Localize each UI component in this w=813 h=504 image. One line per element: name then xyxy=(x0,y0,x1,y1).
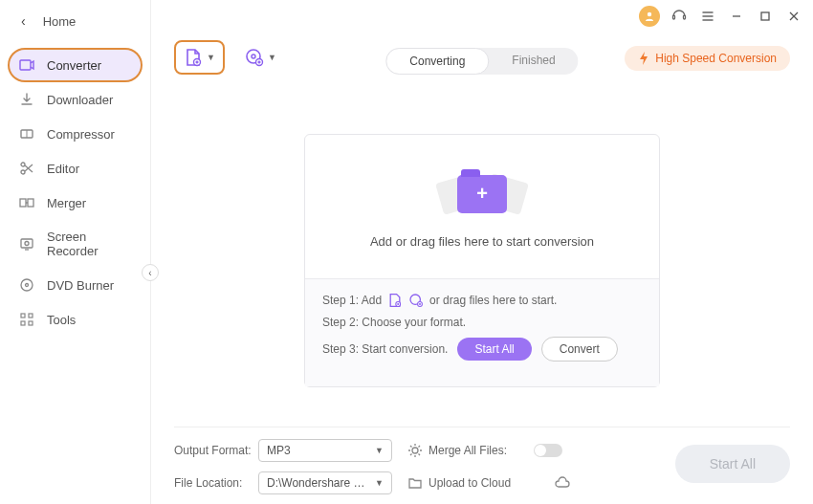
merge-toggle[interactable] xyxy=(534,444,562,457)
svg-rect-5 xyxy=(28,199,33,207)
scissors-icon xyxy=(19,161,34,176)
sidebar-item-screen-recorder[interactable]: Screen Recorder xyxy=(10,222,141,266)
caret-down-icon: ▼ xyxy=(375,478,384,488)
steps-panel: Step 1: Add or drag files here to start.… xyxy=(305,278,659,386)
sidebar-item-label: Downloader xyxy=(47,93,113,107)
caret-down-icon: ▼ xyxy=(207,53,215,62)
sidebar-item-label: Editor xyxy=(47,162,79,176)
svg-rect-12 xyxy=(21,321,25,325)
record-icon xyxy=(19,236,34,252)
chevron-left-icon: ‹ xyxy=(21,13,26,29)
step-2: Step 2: Choose your format. xyxy=(322,316,642,329)
merge-label: Merge All Files: xyxy=(428,444,534,457)
add-dvd-button[interactable]: ▼ xyxy=(236,41,285,74)
disc-add-icon xyxy=(245,48,264,67)
svg-rect-4 xyxy=(20,199,26,207)
sidebar-item-compressor[interactable]: Compressor xyxy=(10,119,141,149)
settings-gear-icon[interactable] xyxy=(402,443,428,458)
svg-point-25 xyxy=(412,448,418,453)
sidebar-item-label: Converter xyxy=(47,58,101,73)
tab-finished[interactable]: Finished xyxy=(489,48,578,75)
home-nav[interactable]: ‹ Home xyxy=(0,0,150,42)
plus-icon: + xyxy=(476,183,488,205)
folder-illustration: + xyxy=(439,165,525,223)
convert-step-button[interactable]: Convert xyxy=(541,337,618,362)
disc-add-icon xyxy=(408,293,424,308)
svg-rect-11 xyxy=(29,314,33,318)
step-3: Step 3: Start conversion. Start All Conv… xyxy=(322,337,642,362)
cloud-icon[interactable] xyxy=(534,476,591,490)
tab-converting[interactable]: Converting xyxy=(385,48,489,75)
svg-point-20 xyxy=(252,55,255,58)
start-all-button[interactable]: Start All xyxy=(675,445,790,483)
add-file-button[interactable]: ▼ xyxy=(174,40,225,75)
svg-rect-6 xyxy=(21,239,33,248)
svg-point-2 xyxy=(21,163,25,166)
file-location-label: File Location: xyxy=(174,476,258,490)
svg-point-3 xyxy=(21,170,25,174)
output-format-label: Output Format: xyxy=(174,444,258,457)
step-1: Step 1: Add or drag files here to start. xyxy=(322,293,642,308)
lightning-icon xyxy=(638,52,649,65)
drop-zone[interactable]: + Add or drag files here to start conver… xyxy=(305,135,659,278)
main-area: ▼ ▼ Converting Finished High Speed Conve… xyxy=(151,0,813,504)
grid-icon xyxy=(19,312,34,327)
caret-down-icon: ▼ xyxy=(268,53,276,62)
svg-rect-0 xyxy=(20,60,31,70)
output-format-select[interactable]: MP3 ▼ xyxy=(258,439,392,462)
home-label: Home xyxy=(43,14,77,29)
file-location-select[interactable]: D:\Wondershare UniConverter 1 ▼ xyxy=(258,471,392,494)
sidebar-item-merger[interactable]: Merger xyxy=(10,187,141,218)
svg-rect-13 xyxy=(29,321,33,325)
sidebar-item-downloader[interactable]: Downloader xyxy=(10,84,141,115)
high-speed-label: High Speed Conversion xyxy=(655,52,777,65)
download-icon xyxy=(19,92,34,107)
sidebar-item-label: DVD Burner xyxy=(47,278,114,293)
conversion-card: + Add or drag files here to start conver… xyxy=(304,134,660,387)
compress-icon xyxy=(19,126,34,142)
file-add-icon xyxy=(387,293,403,308)
sidebar-item-label: Merger xyxy=(47,196,86,210)
sidebar-item-converter[interactable]: Converter xyxy=(10,50,141,80)
sidebar-item-label: Compressor xyxy=(47,127,115,142)
file-add-icon xyxy=(184,48,203,67)
high-speed-conversion-button[interactable]: High Speed Conversion xyxy=(625,46,790,71)
sidebar-item-label: Screen Recorder xyxy=(47,230,131,258)
video-icon xyxy=(19,57,34,73)
sidebar-item-dvd-burner[interactable]: DVD Burner xyxy=(10,270,141,300)
svg-point-7 xyxy=(25,242,29,246)
svg-point-8 xyxy=(21,279,33,291)
sidebar-item-label: Tools xyxy=(47,313,76,327)
svg-point-9 xyxy=(26,284,29,287)
sidebar: ‹ Home Converter Downloader Compressor xyxy=(0,0,151,504)
sidebar-item-tools[interactable]: Tools xyxy=(10,304,141,335)
merge-icon xyxy=(19,195,34,210)
sidebar-item-editor[interactable]: Editor xyxy=(10,153,141,184)
start-all-step-button[interactable]: Start All xyxy=(457,338,531,361)
folder-icon: + xyxy=(457,175,507,213)
tabs: Converting Finished xyxy=(385,48,578,75)
caret-down-icon: ▼ xyxy=(375,446,384,455)
open-folder-icon[interactable] xyxy=(402,475,428,491)
sidebar-list: Converter Downloader Compressor Editor M… xyxy=(0,42,150,346)
toolbar: ▼ ▼ xyxy=(174,40,285,75)
disc-icon xyxy=(19,277,34,293)
svg-rect-10 xyxy=(21,314,25,318)
upload-cloud-label: Upload to Cloud xyxy=(428,476,534,490)
drop-text: Add or drag files here to start conversi… xyxy=(370,234,594,249)
